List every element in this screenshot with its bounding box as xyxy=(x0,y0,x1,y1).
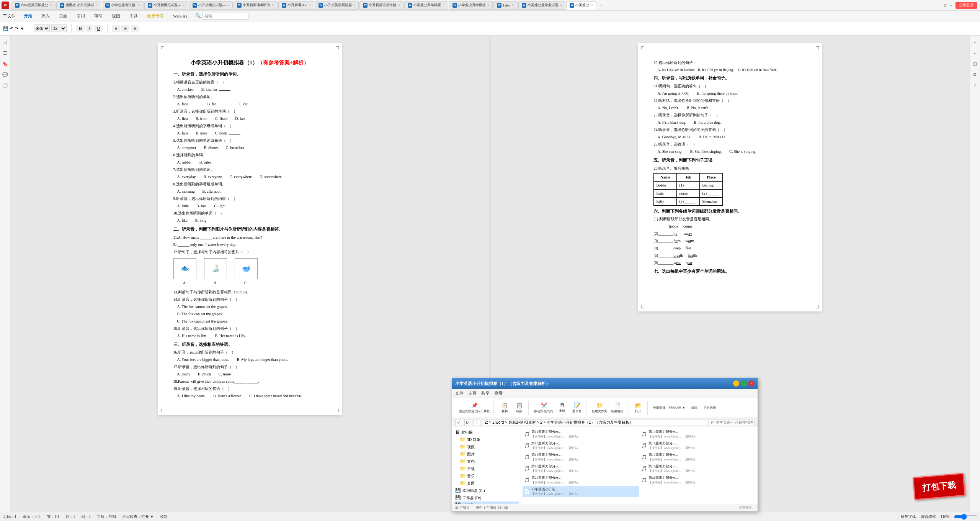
login-button[interactable]: 立即登录 xyxy=(956,2,977,9)
tab-item[interactable]: W 小升初模拟试题— × xyxy=(144,1,188,10)
tab-ai[interactable]: WPS AI xyxy=(169,13,191,19)
align-center-btn[interactable]: ≡ xyxy=(121,25,129,32)
sidebar-bookmark-icon[interactable]: 🔖 xyxy=(2,60,9,68)
fe-file-19[interactable]: 🎵 第19题听力部分m... 【课件站】www.kjhan.c... 【课件站 xyxy=(640,463,756,474)
tab-item[interactable]: W 小升初英语易错题 × xyxy=(359,1,403,10)
bold-btn[interactable]: B xyxy=(76,25,85,32)
maximize-button[interactable]: □ xyxy=(944,3,947,8)
fe-search-input[interactable] xyxy=(709,419,755,426)
right-sidebar-settings[interactable]: ⚙ xyxy=(971,71,979,79)
fe-nav-back[interactable]: 📌 固定到快速访问工具栏 xyxy=(457,401,491,414)
tab-tools[interactable]: 工具 xyxy=(126,12,142,20)
tab-review[interactable]: 审阅 xyxy=(90,12,106,20)
fe-open[interactable]: 📂 打开 xyxy=(631,401,645,414)
fe-tree-video[interactable]: 📁 视频 xyxy=(454,443,519,451)
fe-copy[interactable]: 📋 复制 xyxy=(498,401,511,414)
fe-tree-computer[interactable]: 🖥 此电脑 xyxy=(454,429,519,436)
fe-edit[interactable]: 编辑 xyxy=(688,405,701,411)
save-btn[interactable]: 💾 xyxy=(3,26,8,31)
right-sidebar-fit[interactable]: ⊡ xyxy=(971,60,979,68)
underline-btn[interactable]: U xyxy=(94,25,103,32)
sidebar-history-icon[interactable]: 🕐 xyxy=(2,82,9,89)
search-input[interactable] xyxy=(203,13,248,20)
tab-item[interactable]: W 1.doc × xyxy=(493,1,517,10)
tab-item-active[interactable]: W 小英通业 × xyxy=(566,1,596,10)
file-menu[interactable]: 文件 xyxy=(8,13,15,19)
tab-item[interactable]: W 小升初模拟试题— × xyxy=(189,1,233,10)
close-button[interactable]: × xyxy=(950,3,952,8)
fe-tree-e[interactable]: 💾 老磁盘 (E:) xyxy=(454,501,519,504)
fe-tree-music[interactable]: 📁 音乐 xyxy=(454,472,519,480)
fe-menu-view[interactable]: 查看 xyxy=(494,390,503,396)
right-sidebar-help[interactable]: ? xyxy=(971,82,979,89)
download-badge[interactable]: 打包下载 xyxy=(913,473,966,500)
fe-tree-docs[interactable]: 📁 文档 xyxy=(454,458,519,465)
status-spell[interactable]: 拼写检查：打开 ▼ xyxy=(122,514,154,519)
fe-menu-home[interactable]: 主页 xyxy=(468,390,477,396)
tab-start[interactable]: 开始 xyxy=(20,12,36,20)
tab-page[interactable]: 页面 xyxy=(55,12,71,20)
font-size-select[interactable]: 12 xyxy=(51,25,67,32)
fe-tree-downloads[interactable]: 📁 下载 xyxy=(454,465,519,472)
fe-file-17[interactable]: 🎵 第17题听力部分m... 【课件站】www.kjhan.c... 【课件站 xyxy=(640,452,756,462)
tab-item[interactable]: W 小学业业升学模板 × xyxy=(404,1,448,10)
fe-easy-access[interactable]: 轻松访问 ▼ xyxy=(668,405,687,411)
align-left-btn[interactable]: ≡ xyxy=(112,25,120,32)
tab-insert[interactable]: 插入 xyxy=(38,12,54,20)
undo-btn[interactable]: ↶ xyxy=(10,26,13,31)
tab-view[interactable]: 视图 xyxy=(108,12,124,20)
tab-item[interactable]: W 小学业业升学模板 × xyxy=(449,1,493,10)
fe-file-20[interactable]: 🎵 第20题听力部分m... 【课件站】www.kjhan.c... 【课件站 xyxy=(523,475,639,485)
tab-item[interactable]: W 小学业业测试题- × xyxy=(102,1,144,10)
fe-tree-d[interactable]: 💾 工作盘 (D:) xyxy=(454,494,519,501)
align-right-btn[interactable]: ≡ xyxy=(131,25,139,32)
print-btn[interactable]: 🖨 xyxy=(20,26,24,31)
right-sidebar-zoom-in[interactable]: + xyxy=(971,39,979,46)
status-dark-mode[interactable]: 黄昏模式 xyxy=(921,514,936,519)
italic-btn[interactable]: I xyxy=(86,25,93,32)
zoom-slider[interactable] xyxy=(954,514,977,520)
status-missing-font[interactable]: 缺失字体 xyxy=(901,514,916,519)
sidebar-comment-icon[interactable]: 💬 xyxy=(2,71,9,79)
sidebar-outline-icon[interactable]: ☰ xyxy=(2,49,9,57)
fe-forward-btn[interactable]: ▷ xyxy=(464,419,471,426)
fe-tree-3d[interactable]: 📁 3D 对象 xyxy=(454,436,519,443)
fe-file-main[interactable]: 📄 小学英语小升初... 【课件站】www.kjhan.c... 【课件站 xyxy=(523,486,639,497)
fe-new-item[interactable]: 📄 新建项目 xyxy=(609,401,625,414)
tab-vip[interactable]: 会员专享 xyxy=(143,12,168,20)
fe-file-16[interactable]: 🎵 第16题听力部分m... 【课件站】www.kjhan.c... 【课件站 xyxy=(523,452,639,462)
fe-deselect[interactable]: 另外选择 xyxy=(702,405,717,411)
fe-tree-desktop[interactable]: 📁 桌面 xyxy=(454,480,519,487)
fe-file-12[interactable]: 🎵 第12题听力部分m... 【课件站】www.kjhan.c... 【课件站 xyxy=(523,429,639,439)
fe-file-18[interactable]: 🎵 第18题听力部分m... 【课件站】www.kjhan.c... 【课件站 xyxy=(523,463,639,474)
redo-btn[interactable]: ↷ xyxy=(15,26,18,31)
fe-address-bar[interactable] xyxy=(483,419,706,426)
tab-ref[interactable]: 引用 xyxy=(73,12,89,20)
fe-close[interactable]: × xyxy=(748,380,755,387)
fe-select-all[interactable]: 全部选择 xyxy=(652,405,667,411)
sidebar-navigation-icon[interactable]: ◁ xyxy=(2,39,9,46)
fe-file-21[interactable]: 🎵 第21题听力部分m... 【课件站】www.kjhan.c... 【课件站 xyxy=(640,475,756,485)
tab-item[interactable]: W 小升初阅读考听力 × xyxy=(234,1,278,10)
fe-maximize[interactable]: □ xyxy=(741,380,747,387)
tab-item[interactable]: W 小英通业业学业试题 × xyxy=(518,1,566,10)
fe-paste[interactable]: 📋 粘贴 xyxy=(512,401,526,414)
new-tab-button[interactable]: + xyxy=(597,2,605,9)
fe-menu-share[interactable]: 共享 xyxy=(481,390,490,396)
fe-tree-c[interactable]: 💾 本地磁盘 (C:) xyxy=(454,487,519,494)
fe-menu-file[interactable]: 文件 xyxy=(455,390,464,396)
tab-item[interactable]: W 六年级英语毕业业 × xyxy=(11,1,56,10)
minimize-button[interactable]: — xyxy=(937,3,941,8)
tab-item[interactable]: W 通用板-小升初满试 × xyxy=(56,1,101,10)
status-review[interactable]: 校对 xyxy=(160,514,168,519)
fe-delete[interactable]: 🗑 删除 xyxy=(555,401,569,414)
fe-move[interactable]: ✂️ 移动到 复制到 xyxy=(532,401,555,414)
fe-back-btn[interactable]: ◁ xyxy=(455,419,462,426)
fe-file-14[interactable]: 🎵 第14题听力部分m... 【课件站】www.kjhan.c... 【课件站 xyxy=(640,440,756,451)
fe-up-btn[interactable]: ↑ xyxy=(474,419,480,426)
tab-item[interactable]: W 小升初满.doc × xyxy=(278,1,314,10)
tab-item[interactable]: W 小升初英语易错题 × xyxy=(315,1,359,10)
fe-tree-pictures[interactable]: 📁 图片 xyxy=(454,451,519,458)
menu-toggle[interactable]: ☰ xyxy=(3,13,7,18)
fe-file-13[interactable]: 🎵 第13题听力部分m... 【课件站】www.kjhan.c... 【课件站 xyxy=(640,429,756,439)
